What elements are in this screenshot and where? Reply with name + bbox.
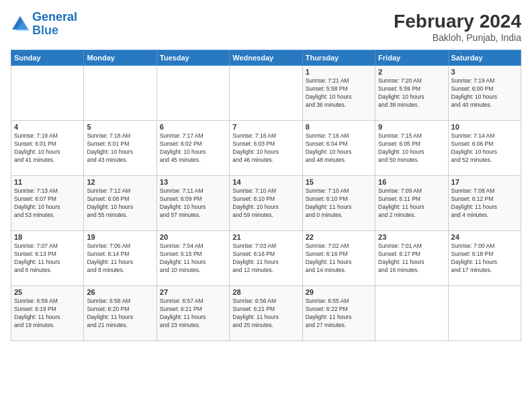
day-number: 6 (160, 123, 226, 131)
day-info: Sunrise: 7:09 AMSunset: 6:11 PMDaylight:… (378, 187, 445, 220)
day-number: 4 (14, 123, 81, 131)
calendar-cell: 26Sunrise: 6:58 AMSunset: 6:20 PMDayligh… (84, 286, 157, 341)
calendar-cell: 27Sunrise: 6:57 AMSunset: 6:21 PMDayligh… (157, 286, 229, 341)
day-info: Sunrise: 7:04 AMSunset: 6:15 PMDaylight:… (160, 242, 226, 275)
logo-line1: General (32, 10, 77, 24)
day-number: 7 (232, 123, 299, 131)
calendar-week-4: 18Sunrise: 7:07 AMSunset: 6:13 PMDayligh… (11, 231, 521, 286)
day-info: Sunrise: 7:06 AMSunset: 6:14 PMDaylight:… (87, 242, 153, 275)
day-number: 1 (306, 68, 372, 76)
calendar-cell: 21Sunrise: 7:03 AMSunset: 6:16 PMDayligh… (230, 231, 302, 286)
day-number: 26 (87, 288, 153, 296)
calendar-week-2: 4Sunrise: 7:19 AMSunset: 6:01 PMDaylight… (11, 121, 521, 176)
day-info: Sunrise: 7:17 AMSunset: 6:02 PMDaylight:… (160, 132, 226, 165)
page-subtitle: Bakloh, Punjab, India (394, 32, 521, 43)
calendar-table: Sunday Monday Tuesday Wednesday Thursday… (11, 50, 521, 341)
day-number: 11 (14, 178, 81, 186)
day-info: Sunrise: 7:18 AMSunset: 6:01 PMDaylight:… (87, 132, 153, 165)
col-thursday: Thursday (302, 50, 375, 66)
day-number: 27 (160, 288, 226, 296)
day-info: Sunrise: 6:56 AMSunset: 6:21 PMDaylight:… (232, 298, 299, 330)
day-info: Sunrise: 6:57 AMSunset: 6:21 PMDaylight:… (160, 298, 226, 330)
day-info: Sunrise: 7:16 AMSunset: 6:04 PMDaylight:… (306, 132, 372, 165)
day-info: Sunrise: 7:08 AMSunset: 6:12 PMDaylight:… (451, 187, 518, 220)
day-number: 14 (232, 178, 299, 186)
calendar-cell: 19Sunrise: 7:06 AMSunset: 6:14 PMDayligh… (84, 231, 157, 286)
day-info: Sunrise: 7:19 AMSunset: 6:00 PMDaylight:… (451, 77, 518, 109)
col-friday: Friday (375, 50, 448, 66)
calendar-cell: 20Sunrise: 7:04 AMSunset: 6:15 PMDayligh… (157, 231, 229, 286)
calendar-header-row: Sunday Monday Tuesday Wednesday Thursday… (11, 50, 521, 66)
calendar-cell: 25Sunrise: 6:59 AMSunset: 6:19 PMDayligh… (11, 286, 84, 341)
calendar-week-5: 25Sunrise: 6:59 AMSunset: 6:19 PMDayligh… (11, 286, 521, 341)
day-info: Sunrise: 7:12 AMSunset: 6:08 PMDaylight:… (87, 187, 153, 220)
calendar-cell: 29Sunrise: 6:55 AMSunset: 6:22 PMDayligh… (302, 286, 375, 341)
day-info: Sunrise: 6:58 AMSunset: 6:20 PMDaylight:… (87, 298, 153, 330)
day-info: Sunrise: 7:10 AMSunset: 6:10 PMDaylight:… (306, 187, 372, 220)
day-info: Sunrise: 7:16 AMSunset: 6:03 PMDaylight:… (232, 132, 299, 165)
day-number: 23 (378, 233, 445, 241)
calendar-cell (84, 66, 157, 121)
logo-icon (11, 15, 30, 34)
day-info: Sunrise: 7:01 AMSunset: 6:17 PMDaylight:… (378, 242, 445, 275)
calendar-cell: 2Sunrise: 7:20 AMSunset: 5:59 PMDaylight… (375, 66, 448, 121)
day-number: 19 (87, 233, 153, 241)
day-number: 13 (160, 178, 226, 186)
day-number: 5 (87, 123, 153, 131)
day-info: Sunrise: 7:10 AMSunset: 6:10 PMDaylight:… (232, 187, 299, 220)
day-number: 12 (87, 178, 153, 186)
header: General Blue February 2024 Bakloh, Punja… (11, 11, 521, 43)
calendar-cell: 13Sunrise: 7:11 AMSunset: 6:09 PMDayligh… (157, 176, 229, 231)
calendar-cell: 12Sunrise: 7:12 AMSunset: 6:08 PMDayligh… (84, 176, 157, 231)
calendar-cell: 1Sunrise: 7:21 AMSunset: 5:58 PMDaylight… (302, 66, 375, 121)
calendar-cell (448, 286, 521, 341)
logo-line2: Blue (32, 24, 58, 37)
day-number: 17 (451, 178, 518, 186)
calendar-cell: 14Sunrise: 7:10 AMSunset: 6:10 PMDayligh… (230, 176, 302, 231)
col-sunday: Sunday (11, 50, 84, 66)
col-monday: Monday (84, 50, 157, 66)
col-wednesday: Wednesday (230, 50, 302, 66)
day-number: 29 (306, 288, 372, 296)
day-info: Sunrise: 7:03 AMSunset: 6:16 PMDaylight:… (232, 242, 299, 275)
calendar-cell: 16Sunrise: 7:09 AMSunset: 6:11 PMDayligh… (375, 176, 448, 231)
day-number: 20 (160, 233, 226, 241)
calendar-cell: 5Sunrise: 7:18 AMSunset: 6:01 PMDaylight… (84, 121, 157, 176)
day-number: 15 (306, 178, 372, 186)
calendar-cell: 18Sunrise: 7:07 AMSunset: 6:13 PMDayligh… (11, 231, 84, 286)
col-tuesday: Tuesday (157, 50, 229, 66)
day-number: 10 (451, 123, 518, 131)
day-number: 22 (306, 233, 372, 241)
day-number: 28 (232, 288, 299, 296)
day-number: 18 (14, 233, 81, 241)
col-saturday: Saturday (448, 50, 521, 66)
day-info: Sunrise: 7:00 AMSunset: 6:18 PMDaylight:… (451, 242, 518, 275)
day-info: Sunrise: 7:19 AMSunset: 6:01 PMDaylight:… (14, 132, 81, 165)
day-number: 2 (378, 68, 445, 76)
day-number: 25 (14, 288, 81, 296)
day-info: Sunrise: 7:02 AMSunset: 6:16 PMDaylight:… (306, 242, 372, 275)
calendar-week-1: 1Sunrise: 7:21 AMSunset: 5:58 PMDaylight… (11, 66, 521, 121)
calendar-cell: 8Sunrise: 7:16 AMSunset: 6:04 PMDaylight… (302, 121, 375, 176)
calendar-cell: 15Sunrise: 7:10 AMSunset: 6:10 PMDayligh… (302, 176, 375, 231)
calendar-cell (157, 66, 229, 121)
page-title: February 2024 (394, 11, 521, 32)
calendar-cell: 3Sunrise: 7:19 AMSunset: 6:00 PMDaylight… (448, 66, 521, 121)
day-number: 9 (378, 123, 445, 131)
day-info: Sunrise: 7:11 AMSunset: 6:09 PMDaylight:… (160, 187, 226, 220)
calendar-cell: 11Sunrise: 7:13 AMSunset: 6:07 PMDayligh… (11, 176, 84, 231)
calendar-cell: 23Sunrise: 7:01 AMSunset: 6:17 PMDayligh… (375, 231, 448, 286)
day-number: 24 (451, 233, 518, 241)
day-info: Sunrise: 7:21 AMSunset: 5:58 PMDaylight:… (306, 77, 372, 109)
calendar-cell: 17Sunrise: 7:08 AMSunset: 6:12 PMDayligh… (448, 176, 521, 231)
day-info: Sunrise: 7:13 AMSunset: 6:07 PMDaylight:… (14, 187, 81, 220)
calendar-cell: 28Sunrise: 6:56 AMSunset: 6:21 PMDayligh… (230, 286, 302, 341)
calendar-cell: 24Sunrise: 7:00 AMSunset: 6:18 PMDayligh… (448, 231, 521, 286)
calendar-cell: 9Sunrise: 7:15 AMSunset: 6:05 PMDaylight… (375, 121, 448, 176)
calendar-cell: 4Sunrise: 7:19 AMSunset: 6:01 PMDaylight… (11, 121, 84, 176)
day-number: 3 (451, 68, 518, 76)
day-number: 16 (378, 178, 445, 186)
calendar-cell: 22Sunrise: 7:02 AMSunset: 6:16 PMDayligh… (302, 231, 375, 286)
calendar-cell (375, 286, 448, 341)
calendar-week-3: 11Sunrise: 7:13 AMSunset: 6:07 PMDayligh… (11, 176, 521, 231)
